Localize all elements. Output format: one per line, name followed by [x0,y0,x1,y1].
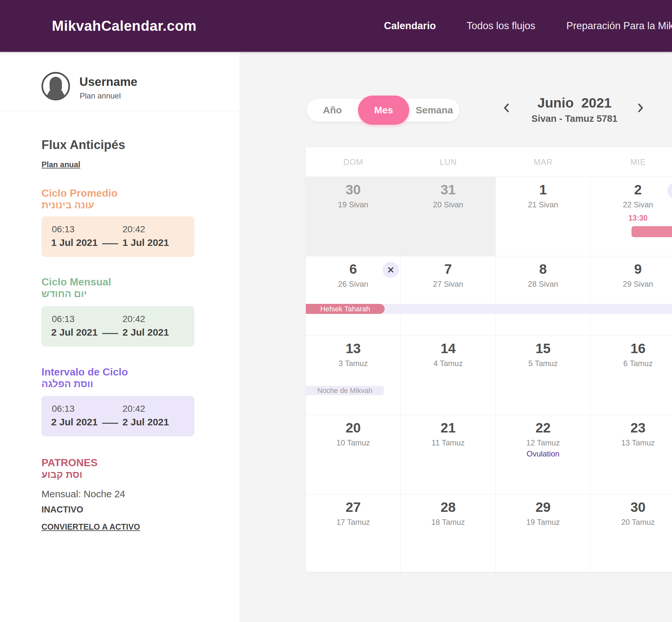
end-time: 20:42 [123,224,145,235]
nav-calendario[interactable]: Calendario [384,0,436,52]
day-number: 27 [306,499,401,515]
patrones-hebrew: וסת קבוע [41,469,82,480]
date-range-dash [102,243,118,244]
convert-to-active-link[interactable]: CONVIERTELO A ACTIVO [41,522,140,531]
start-date: 2 Jul 2021 [51,327,98,338]
day-cell[interactable]: 21 11 Tamuz [401,415,496,494]
week-row: 30 19 Sivan 31 20 Sivan 1 21 Sivan 2 22 … [306,177,672,256]
weekday-dom: DOM [306,147,401,177]
day-cell[interactable]: 2 22 Sivan 13:30 [591,177,672,256]
intervalo-ciclo-card[interactable]: 06:13 20:42 2 Jul 2021 2 Jul 2021 [41,396,194,436]
weekday-mar: MAR [496,147,591,177]
hebrew-date: 11 Tamuz [401,438,495,447]
day-cell[interactable]: 23 13 Tamuz [591,415,672,494]
plan-anual-link[interactable]: Plan anual [41,160,80,169]
day-cell[interactable]: 28 18 Tamuz [401,494,496,572]
day-number: 29 [496,499,590,515]
ciclo-mensual-card[interactable]: 06:13 20:42 2 Jul 2021 2 Jul 2021 [41,306,194,347]
hebrew-date: 19 Tamuz [496,518,590,527]
start-date: 2 Jul 2021 [51,417,98,427]
day-cell[interactable]: 27 17 Tamuz [306,494,401,572]
hebrew-date: 4 Tamuz [401,359,495,368]
hebrew-date: 19 Sivan [306,200,401,209]
day-cell[interactable]: 31 20 Sivan [401,177,496,256]
week-row: 20 10 Tamuz 21 11 Tamuz 22 12 Tamuz Ovul… [306,415,672,494]
ciclo-promedio-card[interactable]: 06:13 20:42 1 Jul 2021 1 Jul 2021 [41,216,194,257]
start-time: 06:13 [52,404,74,414]
day-number: 13 [306,341,401,356]
day-number: 1 [496,182,590,198]
hebrew-date: 26 Sivan [306,280,401,289]
app-logo[interactable]: MikvahCalendar.com [52,0,197,52]
day-number: 8 [496,262,590,277]
day-cell[interactable]: 6 26 Sivan [306,256,401,335]
week-row: 27 17 Tamuz 28 18 Tamuz 29 19 Tamuz 30 2… [306,494,672,572]
nav-preparacion-mikvah[interactable]: Preparación Para la Mikvah [566,0,672,52]
day-number: 23 [591,420,672,436]
date-range-dash [102,423,118,424]
day-number: 20 [306,420,401,436]
hebrew-date: 27 Sivan [401,280,495,289]
day-cell[interactable]: 29 19 Tamuz [496,494,591,572]
date-range-dash [102,333,118,334]
flux-anticipes-title: Flux Anticipés [41,138,125,152]
day-number: 14 [401,341,495,356]
day-number: 2 [591,182,672,198]
ciclo-promedio-hebrew: עונה בינונית [41,200,94,211]
hebrew-date: 17 Tamuz [306,518,401,527]
day-cell[interactable]: 13 3 Tamuz Noche de Mikvah [306,336,401,415]
month-title: Junio 2021 [510,95,639,111]
end-date: 2 Jul 2021 [123,417,169,427]
hebrew-date: 22 Sivan [591,200,672,209]
hefsek-taharah-badge[interactable]: Hefsek Taharah [306,304,384,314]
top-bar: MikvahCalendar.com Calendario Todos los … [0,0,672,52]
ciclo-mensual-title: Ciclo Mensual [41,276,111,288]
day-cell[interactable]: 7 27 Sivan [401,256,496,335]
day-cell[interactable]: 14 4 Tamuz [401,336,496,415]
day-number: 22 [496,420,590,436]
next-month-button[interactable] [633,100,648,115]
weekday-header-row: DOM LUN MAR MIE [306,147,672,177]
week-row: Hefsek Taharah 6 26 Sivan 7 27 Sivan 8 2… [306,256,672,335]
hebrew-date: 13 Tamuz [591,438,672,447]
day-cell[interactable]: 20 10 Tamuz [306,415,401,494]
day-number: 21 [401,420,495,436]
close-icon[interactable] [383,262,399,278]
day-cell[interactable]: 15 5 Tamuz [496,336,591,415]
divider [0,111,240,111]
hebrew-date: 12 Tamuz [496,438,590,447]
day-number: 31 [401,182,495,198]
user-avatar-icon [41,72,70,100]
day-cell[interactable]: 8 28 Sivan [496,256,591,335]
period-event-bar[interactable] [632,226,672,237]
hebrew-month-range: Sivan - Tamuz 5781 [510,113,639,124]
day-cell[interactable]: 22 12 Tamuz Ovulation [496,415,591,494]
ciclo-promedio-title: Ciclo Promedio [41,187,117,199]
hebrew-date: 5 Tamuz [496,359,590,368]
end-date: 2 Jul 2021 [123,327,169,338]
ovulation-label[interactable]: Ovulation [496,449,590,458]
day-cell[interactable]: 1 21 Sivan [496,177,591,256]
day-cell[interactable]: 9 29 Sivan [591,256,672,335]
intervalo-ciclo-title: Intervalo de Ciclo [41,366,128,378]
day-number: 15 [496,341,590,356]
day-number: 30 [306,182,401,198]
view-week-button[interactable]: Semana [409,99,460,122]
view-year-button[interactable]: Año [307,99,358,122]
nav-todos-los-flujos[interactable]: Todos los flujos [467,0,535,52]
day-cell[interactable]: 16 6 Tamuz [591,336,672,415]
hebrew-date: 21 Sivan [496,200,590,209]
start-date: 1 Jul 2021 [51,237,98,248]
day-number: 9 [591,262,672,277]
noche-de-mikvah-badge[interactable]: Noche de Mikvah [306,386,384,395]
calendar-area: Año Mes Semana Junio 2021 Sivan - Tamuz … [240,52,672,622]
view-month-button[interactable]: Mes [358,96,409,125]
hebrew-date: 29 Sivan [591,280,672,289]
day-number: 28 [401,499,495,515]
day-cell[interactable]: 30 20 Tamuz [591,494,672,572]
weekday-lun: LUN [401,147,496,177]
day-number: 7 [401,262,495,277]
hebrew-date: 10 Tamuz [306,438,401,447]
hebrew-date: 20 Tamuz [591,518,672,527]
day-cell[interactable]: 30 19 Sivan [306,177,401,256]
